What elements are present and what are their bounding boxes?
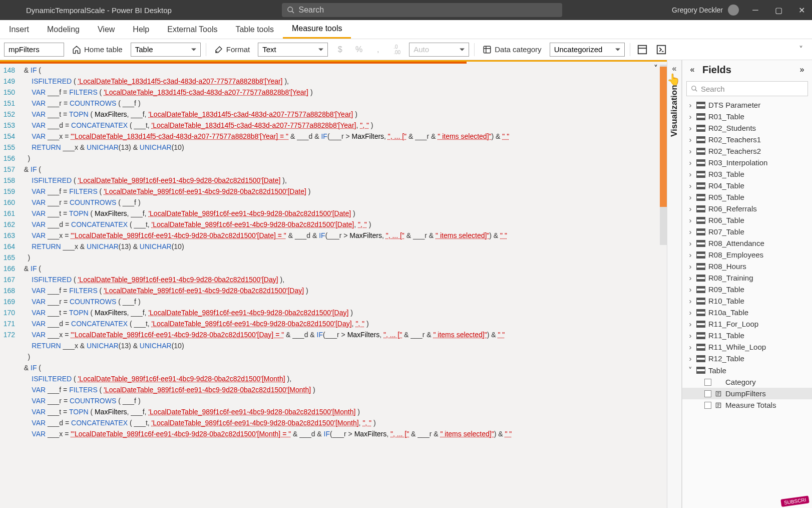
- code-line[interactable]: VAR ___d = CONCATENATEX ( ___t, 'LocalDa…: [20, 219, 652, 230]
- minimize-button[interactable]: ─: [751, 6, 760, 15]
- code-line[interactable]: RETURN ___x & UNICHAR(13) & UNICHAR(10): [20, 340, 652, 351]
- table-r01_table[interactable]: › R01_Table: [682, 111, 812, 122]
- table-r11_table[interactable]: › R11_Table: [682, 330, 812, 341]
- code-line[interactable]: RETURN ___x & UNICHAR(13) & UNICHAR(10): [20, 241, 652, 252]
- table-dts parameter[interactable]: › DTS Parameter: [682, 99, 812, 111]
- table-r02_teachers1[interactable]: › R02_Teachers1: [682, 134, 812, 145]
- dax-code[interactable]: & IF ( ISFILTERED ( 'LocalDateTable_183d…: [20, 65, 652, 439]
- code-line[interactable]: VAR ___r = COUNTROWS ( ___f ): [20, 296, 652, 307]
- code-line[interactable]: VAR ___r = COUNTROWS ( ___f ): [20, 197, 652, 208]
- code-line[interactable]: ISFILTERED ( 'LocalDateTable_989f1c6f-ee…: [20, 373, 652, 384]
- table-r10_table[interactable]: › R10_Table: [682, 295, 812, 307]
- ribbon-tab-external-tools[interactable]: External Tools: [158, 20, 226, 39]
- expand-fields-icon[interactable]: »: [797, 65, 807, 75]
- table-r08_hours[interactable]: › R08_Hours: [682, 261, 812, 272]
- code-line[interactable]: VAR ___f = FILTERS ( 'LocalDateTable_989…: [20, 384, 652, 395]
- quick-measure-button[interactable]: [654, 43, 668, 57]
- code-line[interactable]: ): [20, 153, 652, 164]
- formula-bar-expanded[interactable]: 1481491501511521531541551561571581591601…: [0, 60, 667, 508]
- decimal-places-input[interactable]: Auto: [409, 43, 469, 57]
- code-line[interactable]: VAR ___f = FILTERS ( 'LocalDateTable_183…: [20, 87, 652, 98]
- ribbon-tab-modeling[interactable]: Modeling: [38, 20, 89, 39]
- format-dropdown[interactable]: Text: [258, 43, 328, 57]
- table-r03_interpolation[interactable]: › R03_Interpolation: [682, 157, 812, 168]
- code-line[interactable]: VAR ___t = TOPN ( MaxFilters, ___f, 'Loc…: [20, 208, 652, 219]
- thousands-button[interactable]: ,: [371, 43, 385, 57]
- data-category-dropdown[interactable]: Uncategorized: [550, 43, 625, 57]
- table-r02_teachers2[interactable]: › R02_Teachers2: [682, 145, 812, 157]
- table-r09_table[interactable]: › R09_Table: [682, 284, 812, 295]
- measure-name-input[interactable]: [4, 43, 64, 57]
- table-table[interactable]: ˅ Table: [682, 364, 812, 376]
- code-line[interactable]: VAR ___t = TOPN ( MaxFilters, ___f, 'Loc…: [20, 109, 652, 120]
- code-line[interactable]: & IF (: [20, 164, 652, 175]
- table-r08_training[interactable]: › R08_Training: [682, 272, 812, 284]
- home-table-button[interactable]: Home table: [69, 42, 126, 57]
- fields-tree[interactable]: › DTS Parameter› R01_Table› R02_Students…: [682, 99, 812, 508]
- table-r06_referrals[interactable]: › R06_Referrals: [682, 203, 812, 214]
- code-line[interactable]: ): [20, 351, 652, 362]
- close-button[interactable]: ✕: [797, 6, 806, 15]
- code-line[interactable]: ISFILTERED ( 'LocalDateTable_989f1c6f-ee…: [20, 175, 652, 186]
- table-r02_students[interactable]: › R02_Students: [682, 122, 812, 134]
- table-r12_table[interactable]: › R12_Table: [682, 353, 812, 364]
- code-line[interactable]: & IF (: [20, 263, 652, 274]
- table-r05_table[interactable]: › R05_Table: [682, 191, 812, 203]
- code-line[interactable]: ISFILTERED ( 'LocalDateTable_183d14f5-c3…: [20, 76, 652, 87]
- percent-button[interactable]: %: [352, 43, 366, 57]
- new-measure-button[interactable]: [635, 43, 649, 57]
- code-line[interactable]: VAR ___r = COUNTROWS ( ___f ): [20, 98, 652, 109]
- table-r03_table[interactable]: › R03_Table: [682, 168, 812, 180]
- decimal-button[interactable]: .0.00: [390, 43, 404, 57]
- code-line[interactable]: & IF (: [20, 65, 652, 76]
- code-line[interactable]: VAR ___f = FILTERS ( 'LocalDateTable_989…: [20, 285, 652, 296]
- field-category[interactable]: Category: [682, 376, 812, 388]
- table-r10a_table[interactable]: › R10a_Table: [682, 307, 812, 318]
- global-search[interactable]: Search: [282, 3, 562, 17]
- code-line[interactable]: VAR ___f = FILTERS ( 'LocalDateTable_989…: [20, 186, 652, 197]
- data-category-button[interactable]: Data category: [480, 42, 544, 57]
- format-button[interactable]: Format: [211, 42, 253, 57]
- code-line[interactable]: VAR ___d = CONCATENATEX ( ___t, 'LocalDa…: [20, 417, 652, 428]
- field-dumpfilters[interactable]: DumpFilters: [682, 388, 812, 399]
- ribbon-tab-view[interactable]: View: [89, 20, 124, 39]
- user-area[interactable]: Gregory Deckler: [672, 5, 739, 16]
- maximize-button[interactable]: ▢: [774, 6, 783, 15]
- ribbon-tab-table-tools[interactable]: Table tools: [226, 20, 283, 39]
- code-line[interactable]: ): [20, 252, 652, 263]
- fields-search[interactable]: Search: [686, 81, 808, 96]
- field-checkbox[interactable]: [704, 402, 711, 409]
- collapse-formula-button[interactable]: ˅: [654, 64, 658, 73]
- code-line[interactable]: VAR ___d = CONCATENATEX ( ___t, 'LocalDa…: [20, 120, 652, 131]
- code-line[interactable]: VAR ___d = CONCATENATEX ( ___t, 'LocalDa…: [20, 318, 652, 329]
- table-r06_table[interactable]: › R06_Table: [682, 214, 812, 226]
- table-r08_employees[interactable]: › R08_Employees: [682, 249, 812, 261]
- field-measure totals[interactable]: Measure Totals: [682, 399, 812, 411]
- scrollbar-thumb[interactable]: [660, 67, 667, 207]
- home-table-dropdown[interactable]: Table: [131, 43, 201, 57]
- collapse-ribbon-button[interactable]: ˅: [794, 43, 808, 57]
- ribbon-tab-help[interactable]: Help: [124, 20, 158, 39]
- field-checkbox[interactable]: [704, 390, 711, 397]
- code-line[interactable]: & IF (: [20, 362, 652, 373]
- code-line[interactable]: VAR ___x = "'LocalDateTable_183d14f5-c3a…: [20, 131, 652, 142]
- visualizations-pane-collapsed[interactable]: « Visualizations 👆: [667, 60, 682, 508]
- currency-button[interactable]: $: [333, 43, 347, 57]
- table-r04_table[interactable]: › R04_Table: [682, 180, 812, 191]
- code-line[interactable]: VAR ___x = "'LocalDateTable_989f1c6f-ee9…: [20, 329, 652, 340]
- expand-visualizations-icon[interactable]: «: [669, 63, 680, 74]
- code-line[interactable]: VAR ___t = TOPN ( MaxFilters, ___f, 'Loc…: [20, 406, 652, 417]
- code-line[interactable]: VAR ___x = "'LocalDateTable_989f1c6f-ee9…: [20, 428, 652, 439]
- ribbon-tab-insert[interactable]: Insert: [0, 20, 38, 39]
- code-line[interactable]: VAR ___t = TOPN ( MaxFilters, ___f, 'Loc…: [20, 307, 652, 318]
- ribbon-tab-measure-tools[interactable]: Measure tools: [283, 20, 351, 39]
- code-line[interactable]: VAR ___r = COUNTROWS ( ___f ): [20, 395, 652, 406]
- collapse-fields-icon[interactable]: «: [687, 65, 697, 75]
- table-r08_attendance[interactable]: › R08_Attendance: [682, 237, 812, 249]
- table-r11_while_loop[interactable]: › R11_While_Loop: [682, 341, 812, 353]
- code-line[interactable]: RETURN ___x & UNICHAR(13) & UNICHAR(10): [20, 142, 652, 153]
- field-checkbox[interactable]: [704, 379, 711, 386]
- table-r11_for_loop[interactable]: › R11_For_Loop: [682, 318, 812, 330]
- table-r07_table[interactable]: › R07_Table: [682, 226, 812, 237]
- code-line[interactable]: ISFILTERED ( 'LocalDateTable_989f1c6f-ee…: [20, 274, 652, 285]
